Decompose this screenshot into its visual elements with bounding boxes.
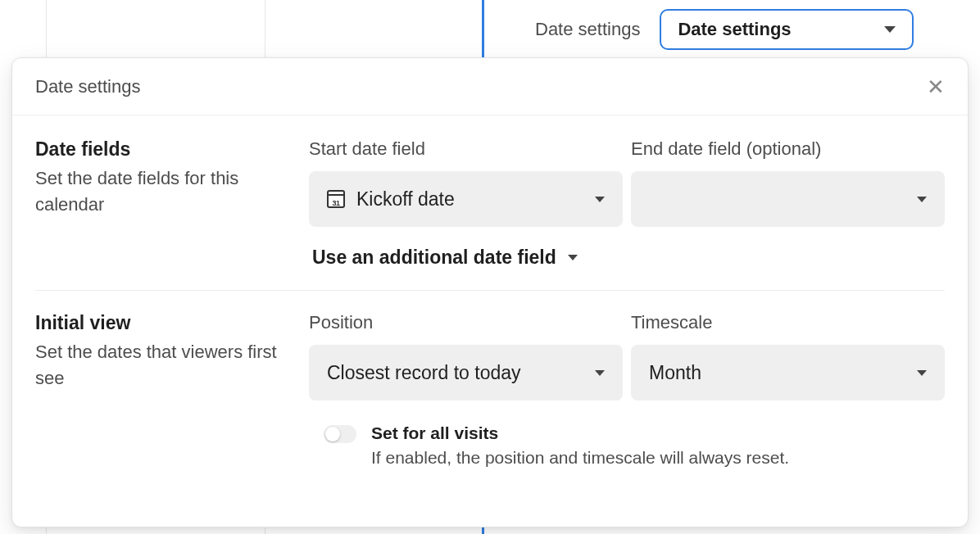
initial-view-desc: Set the dates that viewers first see <box>35 339 301 391</box>
end-date-select[interactable] <box>631 171 945 227</box>
chevron-down-icon <box>595 370 605 376</box>
end-date-col: End date field (optional) <box>631 138 945 227</box>
use-additional-date-field[interactable]: Use an additional date field <box>312 247 578 269</box>
set-for-all-visits-desc: If enabled, the position and timescale w… <box>371 448 789 468</box>
start-date-col: Start date field Kickoff date <box>309 138 623 227</box>
position-select[interactable]: Closest record to today <box>309 345 623 400</box>
section-initial-view-controls: Position Closest record to today Timesca… <box>309 312 945 468</box>
position-label: Position <box>309 312 623 333</box>
set-for-all-visits-label: Set for all visits <box>371 423 789 443</box>
panel-body: Date fields Set the date fields for this… <box>12 115 968 489</box>
chevron-down-icon <box>917 370 927 376</box>
date-settings-dropdown-value: Date settings <box>678 19 791 40</box>
position-value: Closest record to today <box>327 362 521 384</box>
end-date-label: End date field (optional) <box>631 138 945 160</box>
date-fields-desc: Set the date fields for this calendar <box>35 165 301 218</box>
section-date-fields-controls: Start date field Kickoff date End date f… <box>309 138 945 269</box>
chevron-down-icon <box>568 255 578 260</box>
timescale-col: Timescale Month <box>631 312 945 400</box>
section-initial-view-info: Initial view Set the dates that viewers … <box>35 312 301 468</box>
initial-view-row: Position Closest record to today Timesca… <box>309 312 945 400</box>
set-for-all-visits-row: Set for all visits If enabled, the posit… <box>324 423 945 468</box>
chevron-down-icon <box>884 26 896 33</box>
use-additional-date-field-label: Use an additional date field <box>312 247 556 269</box>
timescale-label: Timescale <box>631 312 945 333</box>
set-for-all-visits-text: Set for all visits If enabled, the posit… <box>371 423 789 468</box>
timescale-value: Month <box>649 362 701 384</box>
set-for-all-visits-toggle[interactable] <box>324 425 356 443</box>
date-settings-dropdown[interactable]: Date settings <box>660 9 914 50</box>
start-date-value: Kickoff date <box>356 188 455 210</box>
panel-title: Date settings <box>35 76 140 97</box>
start-date-label: Start date field <box>309 138 623 160</box>
initial-view-heading: Initial view <box>35 312 301 334</box>
chevron-down-icon <box>595 197 605 202</box>
date-settings-toolbar: Date settings Date settings <box>509 0 980 59</box>
timescale-select[interactable]: Month <box>631 345 945 400</box>
section-date-fields: Date fields Set the date fields for this… <box>35 138 945 290</box>
position-col: Position Closest record to today <box>309 312 623 400</box>
calendar-icon <box>327 190 345 208</box>
section-initial-view: Initial view Set the dates that viewers … <box>35 312 945 489</box>
section-divider <box>35 290 945 291</box>
date-settings-panel: Date settings ✕ Date fields Set the date… <box>11 57 969 527</box>
chevron-down-icon <box>917 197 927 202</box>
section-date-fields-info: Date fields Set the date fields for this… <box>35 138 301 269</box>
date-fields-row: Start date field Kickoff date End date f… <box>309 138 945 227</box>
date-fields-heading: Date fields <box>35 138 301 161</box>
close-icon[interactable]: ✕ <box>927 76 945 97</box>
date-settings-label: Date settings <box>535 19 640 40</box>
panel-header: Date settings ✕ <box>12 58 968 115</box>
start-date-select[interactable]: Kickoff date <box>309 171 623 227</box>
